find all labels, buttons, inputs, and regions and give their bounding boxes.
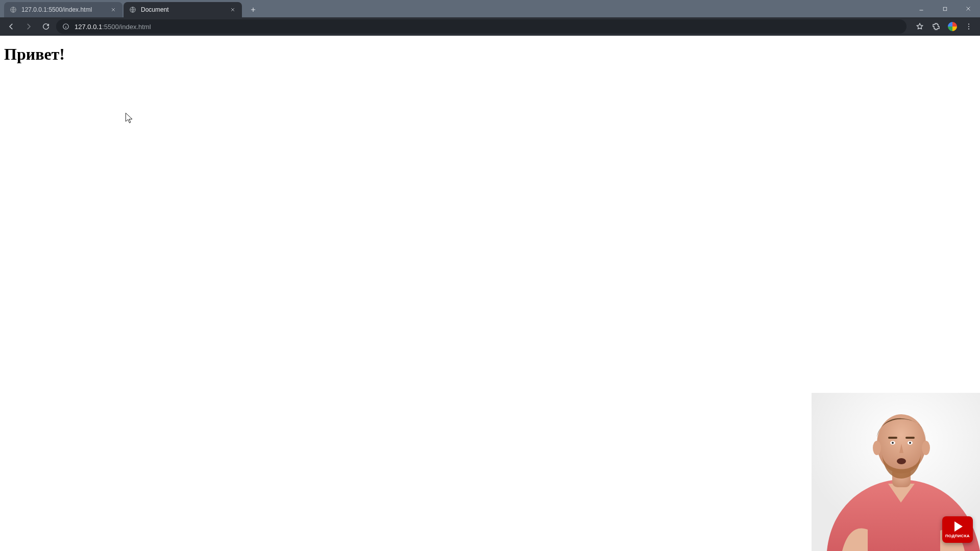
tab-title: 127.0.0.1:5500/index.html [21,6,105,13]
tab-title: Document [141,6,225,13]
toolbar-right [913,19,976,34]
menu-kebab-icon[interactable] [962,19,976,34]
globe-icon [9,6,17,14]
tab-inactive-0[interactable]: 127.0.0.1:5500/index.html [4,2,122,17]
forward-button[interactable] [21,19,36,34]
svg-point-10 [873,441,881,455]
toolbar: 127.0.0.1:5500/index.html [0,17,980,36]
webcam-overlay: ПОДПИСКА [812,393,980,551]
svg-point-4 [968,23,969,24]
svg-point-9 [877,414,926,473]
svg-point-15 [908,441,913,445]
close-icon[interactable] [229,6,237,14]
maximize-button[interactable] [933,0,957,17]
svg-rect-7 [812,393,980,551]
bookmark-star-icon[interactable] [913,19,927,34]
svg-point-11 [922,441,930,455]
tab-strip: 127.0.0.1:5500/index.html Document [0,0,980,17]
svg-rect-12 [888,437,897,439]
new-tab-button[interactable] [246,3,260,17]
svg-point-17 [909,442,911,444]
avatar-icon [947,21,958,32]
cursor-icon [125,112,134,124]
window-controls [910,0,980,17]
play-icon [954,521,963,532]
tab-active-1[interactable]: Document [124,2,242,17]
url-host: 127.0.0.1 [75,23,102,31]
svg-rect-13 [905,437,915,439]
profile-avatar[interactable] [945,19,960,34]
url-text: 127.0.0.1:5500/index.html [75,23,901,31]
subscribe-badge: ПОДПИСКА [942,516,973,543]
svg-point-6 [968,29,969,30]
address-bar[interactable]: 127.0.0.1:5500/index.html [56,19,906,34]
reload-button[interactable] [39,19,53,34]
extensions-icon[interactable] [929,19,943,34]
svg-rect-2 [943,7,946,10]
svg-point-18 [897,458,906,464]
page-viewport: Привет! [0,36,980,551]
close-window-button[interactable] [957,0,980,17]
subscribe-label: ПОДПИСКА [945,534,970,538]
close-icon[interactable] [109,6,117,14]
globe-icon [129,6,137,14]
minimize-button[interactable] [910,0,933,17]
svg-rect-8 [892,467,911,487]
page-heading: Привет! [4,45,980,64]
site-info-icon[interactable] [61,22,70,31]
svg-point-14 [890,441,895,445]
svg-point-5 [968,26,969,27]
svg-point-16 [892,442,894,444]
back-button[interactable] [4,19,18,34]
url-path: :5500/index.html [102,23,151,31]
